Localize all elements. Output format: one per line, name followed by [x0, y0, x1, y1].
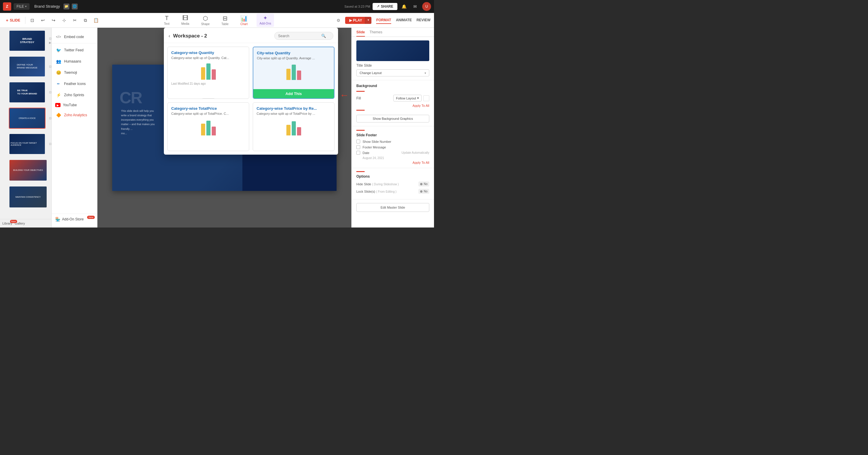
lock-slide-toggle[interactable]: No [418, 189, 429, 194]
slide-thumb-3[interactable]: BE TRUETO YOUR BRAND [9, 82, 45, 103]
slide-row-5: 5 FOCUS ON YOUR TARGET AUDIENCE ⊡ [0, 131, 51, 157]
chart-card-city-qty[interactable]: City-wise Quantity City-wise split up of… [253, 46, 335, 99]
settings-icon[interactable]: ⚙ [335, 16, 343, 25]
user-avatar[interactable]: U [422, 2, 431, 11]
modal-search-icon: 🔍 [321, 34, 326, 38]
workspace-modal: ‹ Workspace - 2 🔍 Category-wise Quantity… [164, 28, 338, 155]
app-logo: Z [3, 2, 11, 11]
show-background-graphics-button[interactable]: Show Background Graphics [356, 115, 429, 123]
title-slide-preview [356, 40, 429, 61]
addon-store-button[interactable]: 🏪 Add-On Store New [52, 214, 97, 225]
doc-folder-icon[interactable]: 📁 [63, 4, 69, 9]
media-tool-icon: 🎞 [182, 15, 188, 22]
add-slide-button[interactable]: + SLIDE [4, 17, 23, 24]
slide-icon-anim-1: ▶ [49, 41, 51, 44]
addon-twitter[interactable]: 🐦 Twitter Feed [52, 44, 97, 56]
change-layout-button[interactable]: Change Layout ▾ [356, 69, 429, 76]
date-row: Date Update Automatically [356, 151, 429, 155]
addon-youtube[interactable]: ▶ YouTube [52, 101, 97, 109]
twemoji-label: Twemoji [64, 70, 77, 75]
addon-humaaans[interactable]: 👥 Humaaans [52, 56, 97, 67]
slide-thumb-5[interactable]: FOCUS ON YOUR TARGET AUDIENCE [9, 133, 45, 155]
chart-card-title-2: City-wise Quantity [257, 51, 330, 55]
text-tool-icon: T [165, 15, 168, 22]
play-button[interactable]: ▶ PLAY [345, 17, 366, 24]
modal-header: ‹ Workspace - 2 🔍 [164, 28, 338, 43]
play-dropdown-button[interactable]: ▾ [365, 17, 371, 24]
table-tool-label: Table [221, 23, 228, 26]
show-number-row: Show Slide Number [356, 139, 429, 143]
slide-icon-layout-3: ⊡ [49, 91, 51, 94]
tool-shape[interactable]: ⬡ Shape [198, 13, 213, 27]
hide-slide-toggle[interactable]: No [418, 182, 429, 187]
humaaans-icon: 👥 [55, 58, 62, 65]
copy-icon-btn[interactable]: ⧉ [81, 15, 90, 25]
slide-thumb-6[interactable]: BUILDING YOUR OBJECTIVES [9, 159, 47, 182]
add-this-button[interactable]: Add This [253, 89, 334, 98]
slide-inner-4: CREATE A VOICE [9, 108, 45, 128]
apply-all-fill[interactable]: Apply To All [356, 104, 429, 107]
apply-all-footer[interactable]: Apply To All [356, 161, 429, 164]
modal-search-input[interactable] [278, 34, 319, 38]
tool-chart[interactable]: 📊 Chart [237, 13, 251, 27]
slide-inner-5: FOCUS ON YOUR TARGET AUDIENCE [9, 134, 45, 154]
show-number-checkbox[interactable] [356, 139, 360, 143]
edit-master-slide-button[interactable]: Edit Master Slide [356, 203, 429, 212]
footer-message-checkbox[interactable] [356, 145, 360, 149]
add-icon: + [6, 18, 8, 23]
redo-button[interactable]: ↪ [49, 15, 58, 25]
tool-addons[interactable]: ✦ Add-Ons [256, 13, 274, 27]
feather-label: Feather Icons [64, 82, 86, 86]
sprints-label: Zoho Sprints [64, 93, 84, 97]
hide-slide-sublabel: ( During Slideshow ) [372, 183, 399, 186]
tab-themes[interactable]: Themes [370, 30, 382, 37]
youtube-icon: ▶ [55, 103, 61, 107]
library-button[interactable]: Library New [2, 222, 12, 225]
notifications-icon[interactable]: 🔔 [400, 2, 408, 11]
chart-tool-label: Chart [240, 23, 247, 26]
format-tabs: FORMAT ANIMATE REVIEW [376, 17, 430, 24]
tool-text[interactable]: T Text [161, 13, 173, 27]
scissors-icon-btn[interactable]: ✂ [70, 15, 80, 25]
paste-icon-btn[interactable]: 📋 [92, 15, 101, 25]
addon-twemoji[interactable]: 😊 Twemoji [52, 67, 97, 78]
slide-thumb-4[interactable]: CREATE A VOICE [9, 108, 45, 129]
document-title: Brand Strategy [34, 4, 60, 8]
messages-icon[interactable]: ✉ [411, 2, 419, 11]
lock-slide-toggle-value: No [424, 190, 428, 193]
tool-table[interactable]: ⊟ Table [218, 13, 231, 27]
slide-thumb-2[interactable]: DEFINE YOURBRAND MESSAGE [9, 56, 45, 77]
file-menu-button[interactable]: FILE ▾ [13, 3, 30, 10]
modal-search-box[interactable]: 🔍 [274, 32, 333, 40]
lock-slide-label-group: Lock Slide(s) ( From Editing ) [356, 189, 397, 194]
shape-tool-icon: ⬡ [203, 15, 208, 22]
slides-panel: 1 BRANDSTRATEGY ⊡ ▶ 2 DEFINE YOURBRAND M… [0, 28, 52, 228]
date-checkbox[interactable] [356, 151, 360, 155]
layout-title: Title Slide [356, 63, 429, 68]
tab-format[interactable]: FORMAT [376, 17, 391, 24]
modal-back-button[interactable]: ‹ [168, 33, 170, 39]
cursor-icon-btn[interactable]: ⊹ [60, 15, 69, 25]
tab-slide[interactable]: Slide [356, 30, 365, 37]
fill-dropdown[interactable]: Follow Layout ▾ [393, 95, 422, 101]
undo-button[interactable]: ↩ [38, 15, 48, 25]
doc-globe-icon[interactable]: 🌐 [72, 4, 78, 9]
addon-sprints[interactable]: ⚡ Zoho Sprints [52, 89, 97, 101]
layout-icon-btn[interactable]: ⊡ [28, 15, 37, 25]
chart-card-category-price-re[interactable]: Category-wise TotalPrice by Re... Catego… [253, 102, 335, 151]
tool-media[interactable]: 🎞 Media [178, 13, 192, 27]
chart-modified-1: Last Modified 21 days ago [171, 82, 245, 85]
slide-thumb-7[interactable]: MAINTAIN CONSISTENCY [9, 186, 47, 208]
addon-analytics[interactable]: 🔶 Zoho Analytics [52, 109, 97, 121]
share-button[interactable]: ↗ SHARE [373, 3, 397, 10]
tab-animate[interactable]: ANIMATE [396, 17, 412, 24]
slide-thumb-1[interactable]: BRANDSTRATEGY [9, 30, 45, 51]
tab-review[interactable]: REVIEW [416, 17, 430, 24]
fill-color-swatch[interactable] [423, 95, 429, 101]
hide-slide-toggle-value: No [424, 182, 428, 186]
addon-feather[interactable]: ✒ Feather Icons [52, 78, 97, 89]
chart-card-desc-4: Category-wise split up of TotalPrice by … [256, 112, 331, 116]
embed-code-item[interactable]: </> Embed code [52, 31, 97, 43]
chart-card-category-qty[interactable]: Category-wise Quantity Category-wise spl… [167, 46, 249, 99]
chart-card-category-price[interactable]: Category-wise TotalPrice Category-wise s… [167, 102, 249, 151]
